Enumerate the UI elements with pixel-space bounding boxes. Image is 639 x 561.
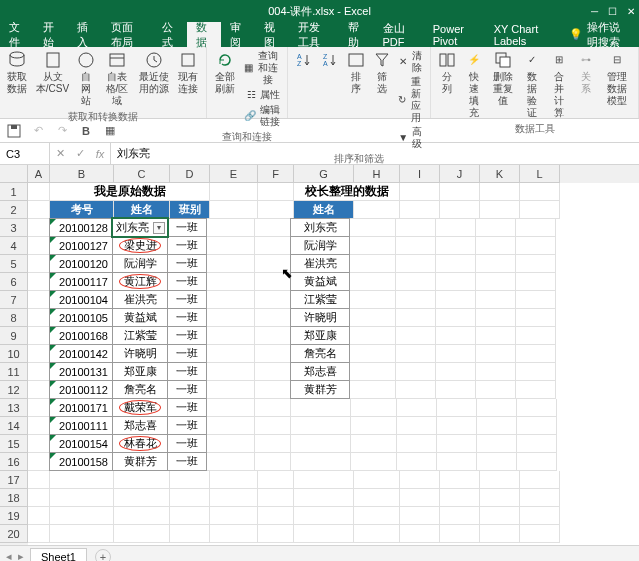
cell[interactable] bbox=[436, 381, 476, 399]
cell[interactable] bbox=[255, 327, 291, 345]
cell[interactable] bbox=[350, 255, 396, 273]
cell[interactable] bbox=[516, 309, 556, 327]
cell[interactable] bbox=[396, 363, 436, 381]
cell[interactable] bbox=[397, 453, 437, 471]
cell[interactable] bbox=[170, 489, 210, 507]
cell[interactable] bbox=[350, 381, 396, 399]
cell[interactable] bbox=[516, 291, 556, 309]
cell[interactable] bbox=[28, 399, 50, 417]
cell[interactable] bbox=[291, 399, 351, 417]
sort-az-button[interactable]: AZ bbox=[292, 49, 316, 73]
cell[interactable] bbox=[476, 273, 516, 291]
column-header[interactable]: H bbox=[354, 165, 400, 183]
cell[interactable] bbox=[436, 219, 476, 237]
cell[interactable] bbox=[255, 219, 291, 237]
row-header[interactable]: 17 bbox=[0, 471, 28, 489]
cell[interactable]: 一班 bbox=[167, 308, 207, 327]
consolidate-button[interactable]: ⊞合并计算 bbox=[547, 49, 572, 121]
data-validation-button[interactable]: ✓数据验证 bbox=[520, 49, 545, 121]
cell[interactable]: 一班 bbox=[167, 380, 207, 399]
add-sheet-button[interactable]: + bbox=[95, 549, 111, 562]
cell[interactable] bbox=[440, 525, 480, 543]
cell[interactable] bbox=[350, 237, 396, 255]
cell[interactable] bbox=[436, 327, 476, 345]
cell[interactable] bbox=[436, 363, 476, 381]
cell[interactable] bbox=[207, 345, 255, 363]
tab-pagelayout[interactable]: 页面布局 bbox=[102, 22, 152, 47]
tab-jinshan[interactable]: 金山PDF bbox=[374, 22, 424, 47]
cell[interactable] bbox=[400, 507, 440, 525]
cell[interactable] bbox=[400, 183, 440, 201]
column-header[interactable]: G bbox=[294, 165, 354, 183]
cell[interactable] bbox=[258, 201, 294, 219]
tab-review[interactable]: 审阅 bbox=[221, 22, 255, 47]
cell[interactable] bbox=[207, 453, 255, 471]
cell[interactable] bbox=[28, 381, 50, 399]
cell[interactable]: 校长整理的数据 bbox=[294, 183, 400, 201]
cell[interactable] bbox=[520, 183, 560, 201]
cell[interactable] bbox=[207, 435, 255, 453]
relations-button[interactable]: ⊶关系 bbox=[574, 49, 598, 97]
cell[interactable] bbox=[28, 327, 50, 345]
cell[interactable] bbox=[210, 507, 258, 525]
cell[interactable] bbox=[476, 255, 516, 273]
row-header[interactable]: 12 bbox=[0, 381, 28, 399]
cell[interactable] bbox=[477, 435, 517, 453]
row-header[interactable]: 10 bbox=[0, 345, 28, 363]
cell[interactable] bbox=[28, 417, 50, 435]
remove-dup-button[interactable]: 删除重复值 bbox=[488, 49, 518, 109]
cell[interactable] bbox=[255, 345, 291, 363]
cell[interactable] bbox=[476, 345, 516, 363]
cell[interactable] bbox=[207, 417, 255, 435]
cell[interactable] bbox=[255, 309, 291, 327]
cell[interactable] bbox=[258, 183, 294, 201]
cell[interactable] bbox=[440, 489, 480, 507]
minimize-icon[interactable]: ─ bbox=[591, 6, 598, 17]
cell[interactable] bbox=[396, 327, 436, 345]
cell[interactable]: 黄益斌 bbox=[290, 272, 350, 291]
cell[interactable] bbox=[28, 489, 50, 507]
cell[interactable] bbox=[480, 525, 520, 543]
cell[interactable] bbox=[207, 273, 255, 291]
tab-file[interactable]: 文件 bbox=[0, 22, 34, 47]
cell[interactable] bbox=[477, 453, 517, 471]
cell[interactable] bbox=[476, 309, 516, 327]
cell[interactable] bbox=[207, 309, 255, 327]
cell[interactable]: 刘东亮 bbox=[290, 218, 350, 237]
cell[interactable]: 林春花 bbox=[112, 434, 168, 453]
cell[interactable] bbox=[397, 417, 437, 435]
row-header[interactable]: 18 bbox=[0, 489, 28, 507]
cell[interactable] bbox=[516, 327, 556, 345]
from-table-button[interactable]: 自表格/区域 bbox=[100, 49, 133, 109]
cell[interactable] bbox=[437, 435, 477, 453]
row-header[interactable]: 16 bbox=[0, 453, 28, 471]
cell[interactable] bbox=[396, 273, 436, 291]
row-header[interactable]: 20 bbox=[0, 525, 28, 543]
get-data-button[interactable]: 获取数据 bbox=[4, 49, 31, 97]
cell[interactable] bbox=[291, 417, 351, 435]
row-header[interactable]: 4 bbox=[0, 237, 28, 255]
row-header[interactable]: 2 bbox=[0, 201, 28, 219]
cell[interactable]: 梁史进 bbox=[112, 236, 168, 255]
cell[interactable] bbox=[397, 399, 437, 417]
cell[interactable]: 一班 bbox=[167, 272, 207, 291]
cell[interactable] bbox=[354, 507, 400, 525]
cell[interactable]: 崔洪亮 bbox=[112, 290, 168, 309]
cell[interactable] bbox=[440, 201, 480, 219]
cell[interactable] bbox=[291, 453, 351, 471]
row-header[interactable]: 1 bbox=[0, 183, 28, 201]
fx-icon[interactable]: fx bbox=[90, 143, 110, 164]
cell[interactable] bbox=[28, 309, 50, 327]
cell[interactable] bbox=[351, 435, 397, 453]
cell[interactable]: 江紫莹 bbox=[290, 290, 350, 309]
cell[interactable] bbox=[477, 417, 517, 435]
cell[interactable] bbox=[207, 327, 255, 345]
tab-data[interactable]: 数据 bbox=[187, 22, 221, 47]
cell[interactable]: 黄群芳 bbox=[290, 380, 350, 399]
cell[interactable]: 我是原始数据 bbox=[50, 183, 210, 201]
row-header[interactable]: 6 bbox=[0, 273, 28, 291]
cell[interactable]: 一班 bbox=[167, 398, 207, 417]
cell[interactable] bbox=[476, 219, 516, 237]
cell[interactable]: 一班 bbox=[167, 236, 207, 255]
cell[interactable] bbox=[255, 363, 291, 381]
